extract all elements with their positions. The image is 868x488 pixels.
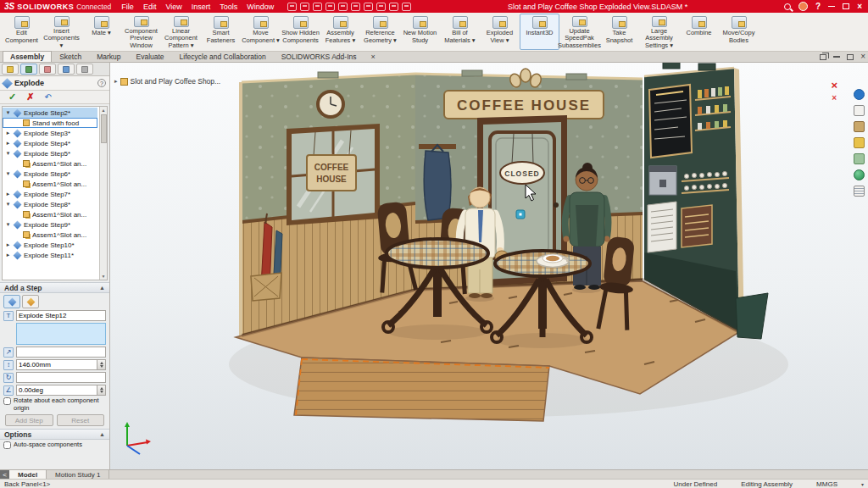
new-file-icon[interactable] (287, 3, 297, 11)
auto-space-checkbox[interactable] (3, 441, 11, 449)
undo-icon[interactable] (338, 3, 348, 11)
scroll-down-icon[interactable]: ▼ (102, 273, 106, 280)
chevron-down-icon[interactable]: ▾ (5, 201, 11, 208)
tree-item[interactable]: ▾Explode Step2* (3, 108, 97, 118)
tree-item[interactable]: ▾Explode Step6* (3, 169, 97, 179)
viewport[interactable]: COFFEE HOUSE (110, 63, 868, 469)
doc-tab-model[interactable]: Model (9, 470, 47, 479)
ribbon-button-combine[interactable]: Combine (679, 14, 719, 50)
tree-item[interactable]: ▸Explode Step10* (3, 240, 97, 250)
floor-ramp[interactable] (294, 358, 549, 421)
print-icon[interactable] (326, 3, 335, 11)
explode-direction-input[interactable] (16, 347, 106, 358)
tab-lifecycle-and-collaboration[interactable]: Lifecycle and Collaboration (172, 51, 274, 62)
angle-spinner[interactable] (97, 385, 106, 396)
tab-evaluate[interactable]: Evaluate (129, 51, 172, 62)
tab-assembly[interactable]: Assembly (3, 51, 52, 62)
ribbon-button-component-preview-window[interactable]: Component Preview Window (121, 14, 161, 50)
custom-properties-icon[interactable] (854, 186, 865, 197)
move-handle-icon[interactable] (516, 210, 525, 219)
options-gear-icon[interactable] (402, 3, 411, 11)
components-to-explode-box[interactable] (16, 323, 106, 345)
ribbon-button-reference-geometry[interactable]: Reference Geometry ▾ (360, 14, 400, 50)
ribbon-button-update-speedpak-subassemblies[interactable]: Update SpeedPak Subassemblies (559, 14, 599, 50)
menu-edit[interactable]: Edit (139, 3, 161, 11)
undo-button[interactable]: ↶ (44, 93, 51, 102)
save-icon[interactable] (313, 3, 322, 11)
menu-view[interactable]: View (161, 3, 186, 11)
menu-file[interactable]: File (117, 3, 138, 11)
ribbon-button-show-hidden-components[interactable]: Show Hidden Components (281, 14, 320, 50)
configurationmanager-tab[interactable] (39, 64, 56, 75)
tree-item[interactable]: ▸Explode Step4* (3, 138, 97, 148)
chevron-right-icon[interactable]: ▸ (5, 241, 11, 248)
ribbon-button-move-component[interactable]: Move Component ▾ (241, 14, 281, 50)
cam-tab[interactable] (76, 64, 93, 75)
ribbon-button-edit-component[interactable]: Edit Component (2, 14, 42, 50)
ribbon-button-large-assembly-settings[interactable]: Large Assembly Settings ▾ (639, 14, 679, 50)
file-explorer-icon[interactable] (854, 137, 865, 148)
tab-markup[interactable]: Markup (89, 51, 128, 62)
doc-tab-motion-study-1[interactable]: Motion Study 1 (47, 470, 109, 479)
tree-item[interactable]: ▾Explode Step8* (3, 199, 97, 209)
shop-window[interactable]: COFFEE HOUSE (287, 124, 380, 225)
tree-item[interactable]: ▸Explode Step11* (3, 250, 97, 260)
menu-insert[interactable]: Insert (187, 3, 215, 11)
ribbon-button-instant3d[interactable]: Instant3D (520, 14, 559, 50)
ribbon-button-exploded-view[interactable]: Exploded View ▾ (480, 14, 520, 50)
scroll-thumb[interactable] (101, 114, 107, 143)
exit-command-icon[interactable]: × (832, 94, 837, 103)
tree-item[interactable]: Assem1^Slot an... (3, 179, 97, 189)
add-step-button[interactable]: Add Step (5, 414, 53, 426)
chevron-down-icon[interactable]: ▾ (5, 150, 11, 157)
add-a-step-header[interactable]: Add a Step ▲ (0, 282, 109, 293)
ribbon-button-linear-component-pattern[interactable]: Linear Component Pattern ▾ (161, 14, 201, 50)
tree-item[interactable]: ▸Explode Step3* (3, 128, 97, 138)
feature-tree-flyout[interactable]: ▸ Slot and Play Coffee Shop... (114, 77, 220, 86)
tree-item[interactable]: Assem1^Slot an... (3, 209, 97, 219)
expand-icon[interactable]: ▸ (114, 78, 118, 85)
close-icon[interactable]: × (857, 3, 862, 11)
chevron-right-icon[interactable]: ▸ (5, 191, 11, 197)
chevron-down-icon[interactable]: ▾ (5, 109, 11, 116)
rotate-origin-checkbox[interactable] (3, 397, 11, 405)
tab-scroll-left[interactable]: < (0, 470, 9, 479)
units-dropdown-icon[interactable]: ▾ (861, 481, 864, 487)
reset-button[interactable]: Reset (57, 414, 105, 426)
distance-spinner[interactable] (97, 359, 106, 370)
open-file-icon[interactable] (300, 3, 309, 11)
ribbon-button-assembly-features[interactable]: Assembly Features ▾ (320, 14, 360, 50)
maximize-window-icon[interactable] (847, 54, 854, 60)
minimize-icon[interactable] (828, 6, 835, 8)
regular-step-button[interactable] (3, 295, 20, 308)
tree-item[interactable]: ▾Explode Step5* (3, 148, 97, 158)
design-library-icon[interactable] (854, 121, 865, 132)
restore-window-icon[interactable] (820, 54, 826, 60)
tree-item[interactable]: Assem1^Slot an... (3, 158, 97, 169)
rotation-angle-input[interactable] (16, 385, 97, 396)
ribbon-button-smart-fasteners[interactable]: Smart Fasteners (201, 14, 241, 50)
cancel-command-icon[interactable]: × (831, 80, 837, 91)
file-properties-icon[interactable] (389, 3, 398, 11)
ribbon-button-mate[interactable]: Mate ▾ (81, 14, 121, 50)
displaymanager-tab[interactable] (58, 64, 75, 75)
unit-system[interactable]: MMGS (816, 480, 837, 488)
view-palette-icon[interactable] (854, 153, 865, 164)
menu-window[interactable]: Window (242, 3, 278, 11)
radial-step-button[interactable] (22, 295, 39, 308)
chevron-right-icon[interactable]: ▸ (5, 140, 11, 147)
right-floor-tab[interactable] (736, 293, 768, 339)
cancel-button[interactable]: ✗ (26, 92, 34, 102)
panel-help-icon[interactable]: ? (97, 79, 106, 87)
ribbon-button-take-snapshot[interactable]: Take Snapshot (599, 14, 639, 50)
propertymanager-tab[interactable] (20, 64, 37, 75)
step-name-input[interactable] (16, 310, 106, 321)
featuremanager-tab[interactable] (2, 64, 19, 75)
chevron-down-icon[interactable]: ▾ (5, 221, 11, 228)
ok-button[interactable]: ✓ (8, 92, 16, 102)
ribbon-button-move-copy-bodies[interactable]: Move/Copy Bodies (719, 14, 759, 50)
ribbon-button-new-motion-study[interactable]: New Motion Study (400, 14, 440, 50)
rebuild-icon[interactable] (376, 3, 386, 11)
chevron-down-icon[interactable]: ▾ (5, 170, 11, 177)
tab-sketch[interactable]: Sketch (52, 51, 89, 62)
